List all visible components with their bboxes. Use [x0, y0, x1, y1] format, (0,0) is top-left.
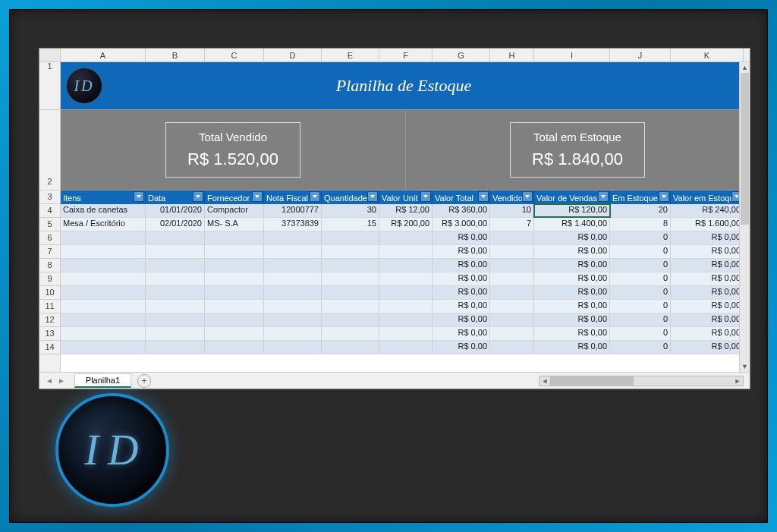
- cell[interactable]: [490, 259, 534, 272]
- cell[interactable]: 0: [610, 313, 671, 326]
- cell[interactable]: R$ 0,00: [671, 259, 744, 272]
- cell[interactable]: [146, 272, 205, 285]
- horizontal-scroll-thumb[interactable]: [550, 376, 634, 386]
- cell[interactable]: [379, 327, 433, 340]
- cell[interactable]: [61, 341, 146, 354]
- cell[interactable]: 37373839: [264, 218, 322, 231]
- column-header-C[interactable]: C: [205, 49, 264, 61]
- cell[interactable]: 0: [610, 231, 671, 244]
- row-header-10[interactable]: 10: [39, 286, 60, 300]
- cell[interactable]: 7: [490, 218, 534, 231]
- column-header-A[interactable]: A: [61, 49, 146, 61]
- cell[interactable]: 12000777: [264, 204, 322, 217]
- cell[interactable]: 20: [610, 204, 671, 217]
- scroll-right-arrow[interactable]: ►: [732, 377, 743, 385]
- cell[interactable]: [205, 341, 264, 354]
- cell[interactable]: [264, 245, 322, 258]
- cell[interactable]: R$ 0,00: [671, 300, 744, 313]
- cell[interactable]: R$ 0,00: [433, 272, 490, 285]
- table-row[interactable]: Caixa de canetas01/01/2020Compactor12000…: [61, 204, 750, 218]
- vertical-scrollbar[interactable]: ▲ ▼: [739, 62, 750, 372]
- filter-dropdown-icon[interactable]: [193, 191, 203, 202]
- header-fornecedor[interactable]: Fornecedor: [205, 190, 264, 204]
- cell[interactable]: R$ 0,00: [433, 231, 490, 244]
- row-header-9[interactable]: 9: [39, 272, 60, 286]
- cell[interactable]: [146, 300, 205, 313]
- cell[interactable]: [205, 286, 264, 299]
- cell[interactable]: [379, 259, 433, 272]
- column-header-E[interactable]: E: [322, 49, 379, 61]
- cell[interactable]: [322, 272, 379, 285]
- cell[interactable]: R$ 12,00: [379, 204, 433, 217]
- cell[interactable]: [322, 341, 379, 354]
- cell[interactable]: R$ 0,00: [433, 327, 490, 340]
- row-header-13[interactable]: 13: [39, 327, 60, 341]
- header-nota-fiscal[interactable]: Nota Fiscal: [264, 190, 322, 204]
- cell[interactable]: [322, 286, 379, 299]
- cell[interactable]: R$ 0,00: [534, 313, 610, 326]
- cell[interactable]: [264, 341, 322, 354]
- cell[interactable]: [264, 327, 322, 340]
- cell[interactable]: R$ 0,00: [534, 300, 610, 313]
- cell[interactable]: [322, 259, 379, 272]
- column-header-H[interactable]: H: [490, 49, 534, 61]
- cell[interactable]: 0: [610, 300, 671, 313]
- cell[interactable]: R$ 0,00: [671, 231, 744, 244]
- header-quantidade[interactable]: Quantidade: [322, 190, 379, 204]
- cell[interactable]: [264, 286, 322, 299]
- cell[interactable]: [264, 231, 322, 244]
- cell[interactable]: MS- S.A: [205, 218, 264, 231]
- table-row[interactable]: R$ 0,00R$ 0,000R$ 0,00: [61, 259, 750, 272]
- cell[interactable]: R$ 0,00: [671, 245, 744, 258]
- cell[interactable]: R$ 0,00: [671, 286, 744, 299]
- cell[interactable]: [146, 327, 205, 340]
- filter-dropdown-icon[interactable]: [310, 191, 320, 202]
- horizontal-scrollbar[interactable]: ◄ ►: [539, 376, 744, 386]
- table-row[interactable]: R$ 0,00R$ 0,000R$ 0,00: [61, 286, 750, 300]
- header-valor-em-estoque[interactable]: Valor em Estoque: [671, 190, 744, 204]
- cell[interactable]: 0: [610, 272, 671, 285]
- cell[interactable]: R$ 0,00: [433, 300, 490, 313]
- row-header-12[interactable]: 12: [39, 313, 60, 327]
- cell[interactable]: 0: [610, 286, 671, 299]
- cell[interactable]: R$ 0,00: [433, 286, 490, 299]
- row-header-4[interactable]: 4: [39, 204, 60, 218]
- cell[interactable]: R$ 0,00: [671, 272, 744, 285]
- cell[interactable]: 10: [490, 204, 534, 217]
- cell[interactable]: [264, 313, 322, 326]
- cell[interactable]: [379, 341, 433, 354]
- row-header-14[interactable]: 14: [39, 341, 60, 354]
- table-row[interactable]: R$ 0,00R$ 0,000R$ 0,00: [61, 327, 750, 341]
- cell[interactable]: R$ 200,00: [379, 218, 433, 231]
- row-header-1[interactable]: 1: [39, 62, 60, 110]
- cell[interactable]: R$ 0,00: [534, 327, 610, 340]
- cell[interactable]: [490, 245, 534, 258]
- cell[interactable]: R$ 1.400,00: [534, 218, 610, 231]
- cell[interactable]: [61, 313, 146, 326]
- cell[interactable]: [264, 259, 322, 272]
- cell[interactable]: R$ 0,00: [433, 313, 490, 326]
- scroll-down-arrow[interactable]: ▼: [740, 361, 750, 372]
- row-header-3[interactable]: 3: [39, 190, 60, 204]
- cell[interactable]: [205, 231, 264, 244]
- cell[interactable]: R$ 120,00: [534, 204, 610, 217]
- filter-dropdown-icon[interactable]: [522, 191, 533, 202]
- cell[interactable]: 0: [610, 245, 671, 258]
- cell[interactable]: R$ 0,00: [534, 231, 610, 244]
- filter-dropdown-icon[interactable]: [478, 191, 489, 202]
- sheet-tab[interactable]: Planilha1: [74, 373, 131, 388]
- cell[interactable]: [490, 300, 534, 313]
- cell[interactable]: Compactor: [205, 204, 264, 217]
- column-header-D[interactable]: D: [264, 49, 322, 61]
- cell[interactable]: 8: [610, 218, 671, 231]
- filter-dropdown-icon[interactable]: [134, 191, 144, 202]
- cell[interactable]: R$ 3.000,00: [433, 218, 490, 231]
- cell[interactable]: R$ 0,00: [534, 245, 610, 258]
- cell[interactable]: [205, 272, 264, 285]
- filter-dropdown-icon[interactable]: [598, 191, 609, 202]
- cell[interactable]: 01/01/2020: [146, 204, 205, 217]
- header-em-estoque[interactable]: Em Estoque: [610, 190, 671, 204]
- cell[interactable]: [146, 313, 205, 326]
- cell[interactable]: 0: [610, 259, 671, 272]
- cell[interactable]: [205, 300, 264, 313]
